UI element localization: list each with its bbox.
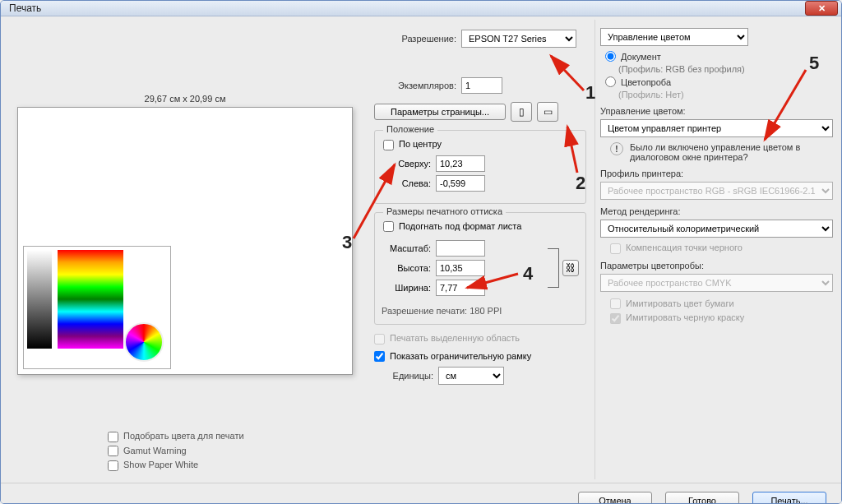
proof-radio-label: Цветопроба [621, 77, 671, 87]
copies-row: Экземпляров: [374, 77, 586, 94]
scale-label: Масштаб: [382, 243, 431, 253]
printer-row: Разрешение: EPSON T27 Series [374, 30, 586, 48]
gamut-warning-input[interactable] [108, 446, 118, 456]
intent-select[interactable]: Относительный колориметрический [600, 220, 833, 238]
proof-profile: (Профиль: Нет) [618, 90, 833, 99]
cm-panel-select[interactable]: Управление цветом [600, 28, 748, 46]
print-resolution: Разрешение печати: 180 PPI [382, 306, 579, 316]
settings-column: Разрешение: EPSON T27 Series Экземпляров… [369, 20, 591, 479]
match-print-colors-check[interactable]: Подобрать цвета для печати [108, 431, 361, 442]
handling-warning: ! Было ли включено управление цветом в д… [610, 142, 833, 162]
show-paper-white-input[interactable] [108, 460, 118, 471]
left-label: Слева: [382, 178, 431, 188]
position-legend: Положение [383, 124, 437, 134]
landscape-icon: ▭ [544, 106, 553, 118]
top-label: Сверху: [382, 159, 431, 169]
center-input[interactable] [383, 140, 394, 150]
grayscale-swatch [27, 250, 52, 349]
portrait-orientation-button[interactable]: ▯ [511, 102, 532, 122]
cancel-button[interactable]: Отмена [578, 492, 652, 504]
landscape-orientation-button[interactable]: ▭ [537, 102, 558, 122]
cm-title-row: Управление цветом [600, 28, 833, 46]
height-row: Высота: [382, 260, 544, 276]
handling-label: Управление цветом: [600, 106, 833, 116]
hue-swatch [58, 250, 123, 349]
sim-black-input [610, 313, 621, 324]
position-group: Положение По центру Сверху: Слева: [374, 130, 586, 204]
printer-profile-select: Рабочее пространство RGB - sRGB IEC61966… [600, 182, 833, 200]
chain-icon: ⛓ [566, 262, 576, 274]
width-label: Ширина: [382, 283, 431, 293]
close-button[interactable]: ✕ [805, 1, 838, 16]
height-input[interactable] [436, 260, 485, 276]
warning-text: Было ли включено управление цветом в диа… [630, 142, 833, 162]
intent-label: Метод рендеринга: [600, 206, 833, 216]
scale-input[interactable] [436, 240, 485, 257]
close-icon: ✕ [818, 3, 826, 14]
bpc-input [610, 243, 621, 254]
page-preview [17, 107, 353, 375]
fit-media-check[interactable]: Подогнать под формат листа [383, 221, 579, 233]
print-dialog: Печать ✕ 29,67 см x 20,99 см Подобрать ц… [0, 0, 842, 504]
dialog-body: 29,67 см x 20,99 см Подобрать цвета для … [1, 16, 841, 504]
show-paper-white-check[interactable]: Show Paper White [108, 460, 361, 471]
print-selection-input [374, 334, 385, 344]
print-button[interactable]: Печать... [752, 492, 826, 504]
color-wheel-icon [124, 322, 164, 362]
units-row: Единицы: см [374, 367, 586, 385]
window-title: Печать [9, 2, 41, 14]
dialog-footer: Отмена Готово Печать... [1, 483, 841, 504]
proof-space-select: Рабочее пространство CMYK [600, 274, 833, 292]
proof-radio[interactable] [605, 76, 616, 87]
bpc-check: Компенсация точки черного [610, 243, 833, 254]
proof-params-label: Параметры цветопробы: [600, 261, 833, 270]
link-bracket-icon [548, 248, 559, 288]
main-area: 29,67 см x 20,99 см Подобрать цвета для … [1, 16, 841, 483]
width-input[interactable] [436, 280, 485, 296]
document-radio[interactable] [605, 51, 616, 62]
sim-black-check: Имитировать черную краску [610, 312, 833, 324]
print-selection-check: Печатать выделенную область [374, 333, 586, 344]
scaled-size-group: Размеры печатного оттиска Подогнать под … [374, 212, 586, 326]
warning-icon: ! [610, 142, 623, 155]
scaled-size-legend: Размеры печатного оттиска [383, 206, 506, 216]
units-select[interactable]: см [438, 367, 504, 385]
scale-row: Масштаб: [382, 240, 544, 257]
center-check[interactable]: По центру [383, 139, 579, 150]
done-button[interactable]: Готово [665, 492, 739, 504]
document-profile: (Профиль: RGB без профиля) [618, 64, 833, 74]
printer-select[interactable]: EPSON T27 Series [461, 30, 576, 48]
document-radio-row[interactable]: Документ [605, 51, 833, 62]
gamut-warning-check[interactable]: Gamut Warning [108, 446, 361, 457]
proof-radio-row[interactable]: Цветопроба [605, 76, 833, 87]
copies-input[interactable] [461, 77, 502, 94]
sim-paper-check: Имитировать цвет бумаги [610, 298, 833, 310]
top-row: Сверху: [382, 155, 579, 172]
titlebar: Печать ✕ [1, 1, 841, 16]
bounding-box-check[interactable]: Показать ограничительную рамку [374, 351, 586, 363]
height-label: Высота: [382, 263, 431, 273]
link-dimensions-button[interactable]: ⛓ [562, 260, 579, 276]
top-input[interactable] [436, 155, 485, 172]
left-row: Слева: [382, 175, 579, 192]
preview-column: 29,67 см x 20,99 см Подобрать цвета для … [4, 20, 366, 479]
sim-paper-input [610, 298, 621, 309]
handling-select[interactable]: Цветом управляет принтер [600, 119, 833, 137]
printer-label: Разрешение: [374, 34, 456, 44]
left-input[interactable] [436, 175, 485, 192]
copies-label: Экземпляров: [374, 81, 456, 90]
preview-sample-content [23, 246, 171, 369]
page-dimensions: 29,67 см x 20,99 см [9, 94, 361, 107]
fit-media-input[interactable] [383, 221, 394, 232]
document-radio-label: Документ [621, 52, 661, 62]
width-row: Ширина: [382, 280, 544, 296]
preview-options: Подобрать цвета для печати Gamut Warning… [108, 431, 361, 471]
match-print-colors-input[interactable] [108, 432, 118, 442]
units-label: Единицы: [374, 371, 433, 381]
bounding-box-input[interactable] [374, 351, 385, 362]
portrait-icon: ▯ [519, 106, 525, 118]
color-management-panel: Управление цветом Документ (Профиль: RGB… [594, 20, 838, 479]
page-setup-button[interactable]: Параметры страницы... [374, 104, 506, 120]
printer-profile-label: Профиль принтера: [600, 169, 833, 178]
page-setup-row: Параметры страницы... ▯ ▭ [374, 102, 586, 122]
